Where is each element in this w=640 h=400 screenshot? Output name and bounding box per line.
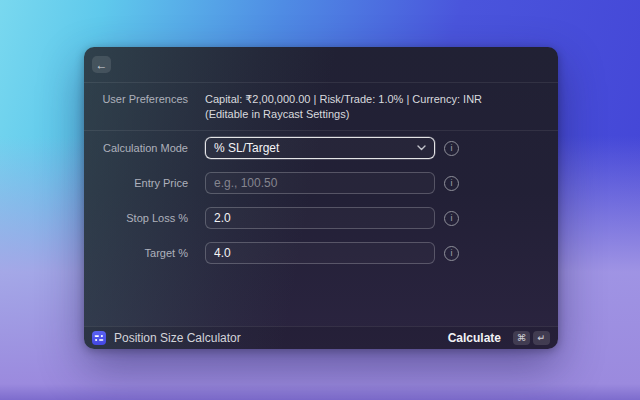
user-preferences-label: User Preferences bbox=[84, 92, 188, 122]
command-key-icon: ⌘ bbox=[513, 331, 530, 345]
back-button[interactable]: ← bbox=[92, 56, 111, 73]
entry-price-label: Entry Price bbox=[84, 176, 188, 191]
target-input[interactable] bbox=[205, 242, 435, 264]
calculate-button[interactable]: Calculate bbox=[448, 331, 501, 345]
stop-loss-info-icon[interactable]: i bbox=[444, 211, 459, 226]
raycast-window: ← User Preferences Capital: ₹2,00,000.00… bbox=[84, 47, 558, 349]
entry-price-row: Entry Price i bbox=[84, 172, 558, 194]
entry-price-input[interactable] bbox=[205, 172, 435, 194]
calculation-mode-row: Calculation Mode % SL/Target i bbox=[84, 137, 558, 159]
target-label: Target % bbox=[84, 246, 188, 261]
calculation-mode-dropdown[interactable]: % SL/Target bbox=[205, 137, 435, 159]
position-size-calculator-icon bbox=[92, 331, 106, 345]
target-info-icon[interactable]: i bbox=[444, 246, 459, 261]
return-key-icon: ↵ bbox=[533, 331, 550, 345]
calculation-mode-value: % SL/Target bbox=[214, 141, 411, 155]
calculation-mode-info-icon[interactable]: i bbox=[444, 141, 459, 156]
action-bar: Position Size Calculator Calculate ⌘ ↵ bbox=[84, 326, 558, 349]
calculation-mode-label: Calculation Mode bbox=[84, 141, 188, 156]
target-row: Target % i bbox=[84, 242, 558, 264]
preferences-summary-line2: (Editable in Raycast Settings) bbox=[205, 107, 482, 122]
window-header: ← bbox=[84, 47, 558, 83]
entry-price-info-icon[interactable]: i bbox=[444, 176, 459, 191]
chevron-down-icon bbox=[417, 145, 426, 151]
stop-loss-row: Stop Loss % i bbox=[84, 207, 558, 229]
form-content: User Preferences Capital: ₹2,00,000.00 |… bbox=[84, 83, 558, 326]
user-preferences-row: User Preferences Capital: ₹2,00,000.00 |… bbox=[84, 83, 558, 130]
stop-loss-input[interactable] bbox=[205, 207, 435, 229]
stop-loss-label: Stop Loss % bbox=[84, 211, 188, 226]
preferences-summary-line1: Capital: ₹2,00,000.00 | Risk/Trade: 1.0%… bbox=[205, 92, 482, 107]
user-preferences-summary: Capital: ₹2,00,000.00 | Risk/Trade: 1.0%… bbox=[205, 92, 482, 122]
extension-title: Position Size Calculator bbox=[114, 331, 241, 345]
back-arrow-icon: ← bbox=[96, 59, 108, 71]
section-divider bbox=[84, 130, 558, 131]
